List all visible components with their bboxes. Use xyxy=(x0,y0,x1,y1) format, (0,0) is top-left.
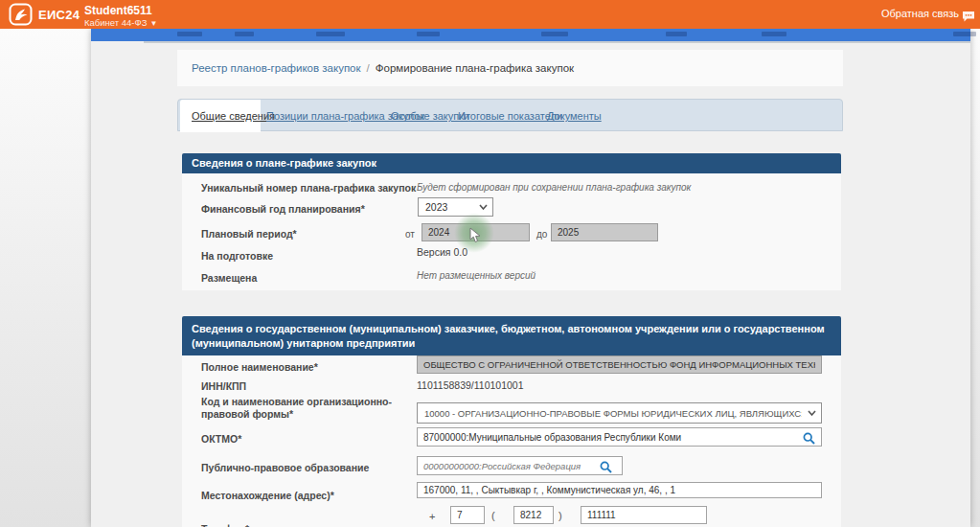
top-header-bar: ЕИС24 Student6511 Кабинет 44-ФЗ▼ Обратна… xyxy=(0,0,980,29)
breadcrumb-registry-link[interactable]: Реестр планов-графиков закупок xyxy=(192,62,361,74)
logo-text: ЕИС24 xyxy=(38,8,80,22)
phone-country-input[interactable] xyxy=(450,506,485,524)
breadcrumb-container: Реестр планов-графиков закупок/Формирова… xyxy=(177,50,843,86)
phone-open-paren: ( xyxy=(491,510,495,521)
cabinet-label: Кабинет 44-ФЗ xyxy=(84,17,147,28)
address-input[interactable] xyxy=(417,482,822,498)
main-nav-bar[interactable] xyxy=(91,29,970,41)
ppo-search-icon[interactable] xyxy=(600,460,612,477)
section-customer-header: Сведения о государственном (муниципально… xyxy=(182,316,841,355)
phone-label: Телефон* xyxy=(201,523,249,527)
full-name-label: Полное наименование* xyxy=(201,361,318,373)
published-value: Нет размещенных версий xyxy=(417,270,536,281)
period-from-label: от xyxy=(405,229,415,240)
chevron-down-icon xyxy=(808,410,816,416)
org-form-select[interactable]: 10000 - ОРГАНИЗАЦИОННО-ПРАВОВЫЕ ФОРМЫ ЮР… xyxy=(417,402,822,424)
phone-number-input[interactable] xyxy=(581,506,707,524)
period-to-input[interactable] xyxy=(551,223,658,241)
section-plan-header: Сведения о плане-графике закупок xyxy=(182,153,841,173)
nav-item-blur xyxy=(417,32,440,36)
inn-kpp-label: ИНН/КПП xyxy=(201,380,246,392)
oktmo-input[interactable] xyxy=(417,427,822,447)
breadcrumb-separator: / xyxy=(367,62,370,74)
address-label: Местонахождение (адрес)* xyxy=(201,490,334,501)
phone-close-paren: ) xyxy=(558,510,562,521)
eis-logo-icon[interactable] xyxy=(9,3,33,26)
chevron-down-icon: ▼ xyxy=(149,19,157,28)
nav-item-blur xyxy=(541,32,568,36)
cabinet-dropdown[interactable]: Кабинет 44-ФЗ▼ xyxy=(84,17,157,28)
nav-item-blur xyxy=(953,32,976,36)
nav-item-blur xyxy=(177,32,202,36)
ppo-input[interactable] xyxy=(417,456,623,475)
inn-kpp-value: 1101158839/110101001 xyxy=(417,379,524,391)
mouse-cursor-icon xyxy=(469,227,482,247)
user-name: Student6511 xyxy=(84,4,152,17)
phone-plus-sign: + xyxy=(429,511,435,522)
nav-shadow xyxy=(144,41,970,43)
published-label: Размещена xyxy=(201,272,257,284)
full-name-input xyxy=(417,355,822,374)
feedback-bubble-icon[interactable] xyxy=(962,9,975,20)
fin-year-label: Финансовый год планирования* xyxy=(201,203,365,215)
oktmo-search-icon[interactable] xyxy=(803,431,815,448)
chevron-down-icon xyxy=(479,204,488,210)
period-label: Плановый период* xyxy=(201,228,297,240)
nav-item-blur xyxy=(762,32,786,36)
unique-number-label: Уникальный номер плана-графика закупок xyxy=(201,182,416,194)
tab-documents[interactable]: Документы xyxy=(547,100,602,132)
breadcrumb: Реестр планов-графиков закупок/Формирова… xyxy=(192,62,574,74)
period-to-label: до xyxy=(536,229,547,240)
in-preparation-label: На подготовке xyxy=(201,250,273,262)
org-form-label: Код и наименование организационно-правов… xyxy=(201,396,398,420)
breadcrumb-current: Формирование плана-графика закупок xyxy=(376,62,574,74)
nav-item-blur xyxy=(235,32,254,36)
nav-item-blur xyxy=(316,32,345,36)
oktmo-label: ОКТМО* xyxy=(201,433,241,445)
unique-number-value: Будет сформирован при сохранении плана-г… xyxy=(417,182,691,193)
ppo-label: Публично-правовое образование xyxy=(201,462,369,473)
phone-area-input[interactable] xyxy=(513,506,554,524)
nav-item-blur xyxy=(666,32,687,36)
tab-general-info[interactable]: Общие сведения xyxy=(180,100,261,132)
feedback-link[interactable]: Обратная связь xyxy=(881,8,959,19)
tabstrip: Общие сведения Позиции плана-графика зак… xyxy=(177,99,843,131)
